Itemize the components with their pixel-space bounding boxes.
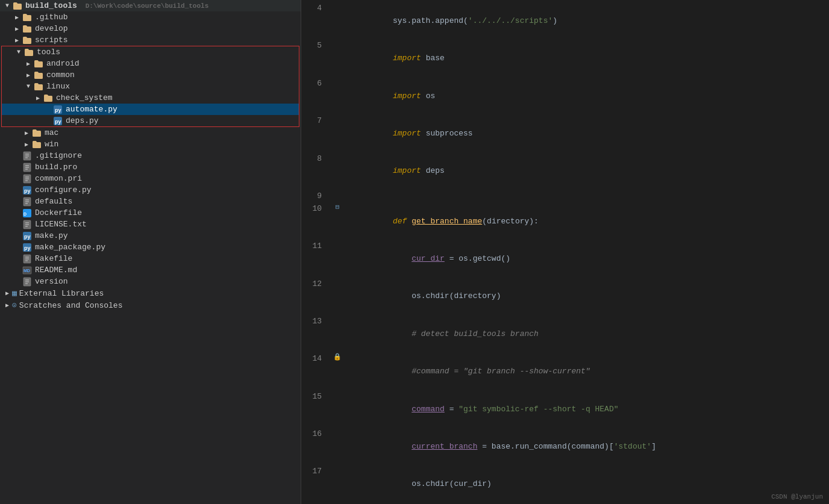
arrow-icon xyxy=(12,25,22,33)
sidebar-item-label: build.pro xyxy=(35,163,77,172)
folder-icon xyxy=(23,48,34,57)
sidebar-item-label: Scratches and Consoles xyxy=(19,301,123,310)
folder-icon xyxy=(33,60,44,68)
sidebar-item-label: configure.py xyxy=(35,185,92,194)
text-file-icon xyxy=(22,255,33,263)
sidebar-item-gitignore[interactable]: .gitignore xyxy=(0,150,301,161)
svg-text:MD: MD xyxy=(23,269,30,273)
sidebar-item-win[interactable]: win xyxy=(0,138,301,150)
bar-chart-icon: ▦ xyxy=(12,288,17,298)
code-line-11: 11 cur_dir = os.getcwd() xyxy=(301,240,829,278)
sidebar-item-github[interactable]: .github xyxy=(0,11,301,23)
code-line-13: 13 # detect build_tools branch xyxy=(301,316,829,353)
sidebar-item-dockerfile[interactable]: D Dockerfile xyxy=(0,207,301,219)
sidebar-item-scratches[interactable]: ⊙ Scratches and Consoles xyxy=(0,299,301,311)
text-file-icon xyxy=(22,198,33,206)
folder-icon xyxy=(31,129,42,137)
sidebar-item-label: automate.py xyxy=(66,105,117,114)
folder-icon xyxy=(33,71,44,79)
arrow-icon xyxy=(14,49,23,55)
sidebar-item-label: Dockerfile xyxy=(35,208,82,217)
arrow-icon xyxy=(23,83,33,90)
sidebar-item-common[interactable]: common xyxy=(2,69,299,81)
sidebar-item-tools[interactable]: tools xyxy=(2,46,299,58)
sidebar-item-develop[interactable]: develop xyxy=(0,23,301,34)
sidebar-item-label: External Libraries xyxy=(19,289,104,298)
sidebar-item-label: tools xyxy=(37,48,60,57)
sidebar-item-build-pro[interactable]: build.pro xyxy=(0,161,301,173)
text-file-icon xyxy=(22,152,33,160)
text-file-icon xyxy=(22,220,33,229)
svg-text:py: py xyxy=(24,245,31,251)
code-lines: 4 sys.path.append('../../../scripts') 5 … xyxy=(301,0,829,504)
sidebar-item-label: make.py xyxy=(35,231,68,240)
code-line-15: 15 command = "git symbolic-ref --short -… xyxy=(301,391,829,428)
python-file-icon: py xyxy=(52,117,63,125)
code-line-14: 14 🔒 #command = "git branch --show-curre… xyxy=(301,353,829,390)
sidebar-item-external-libraries[interactable]: ▦ External Libraries xyxy=(0,287,301,299)
code-editor: 4 sys.path.append('../../../scripts') 5 … xyxy=(301,0,829,504)
svg-text:py: py xyxy=(55,107,61,113)
sidebar-item-label: Rakefile xyxy=(35,254,72,263)
python-file-icon: py xyxy=(22,186,33,194)
code-line-10: 10 ⊟ def get_branch_name(directory): xyxy=(301,203,829,240)
code-line-4: 4 sys.path.append('../../../scripts') xyxy=(301,2,829,40)
sidebar: build_tools D:\Work\code\source\build_to… xyxy=(0,0,301,504)
sidebar-item-label: deps.py xyxy=(66,116,99,125)
sidebar-item-label: .gitignore xyxy=(35,151,82,160)
arrow-icon xyxy=(2,290,12,297)
folder-icon xyxy=(22,36,33,45)
sidebar-item-defaults[interactable]: defaults xyxy=(0,196,301,207)
text-file-icon xyxy=(22,278,33,286)
sidebar-item-label: README.md xyxy=(35,266,77,275)
sidebar-item-label: android xyxy=(46,59,80,68)
root-folder[interactable]: build_tools D:\Work\code\source\build_to… xyxy=(0,0,301,11)
text-file-icon xyxy=(22,175,33,183)
sidebar-item-scripts[interactable]: scripts xyxy=(0,34,301,46)
python-file-icon: py xyxy=(22,243,33,252)
code-line-12: 12 os.chdir(directory) xyxy=(301,278,829,316)
scratches-icon: ⊙ xyxy=(12,300,17,310)
sidebar-item-license[interactable]: LICENSE.txt xyxy=(0,219,301,230)
arrow-icon xyxy=(33,95,43,102)
folder-icon xyxy=(22,25,33,33)
sidebar-item-label: check_system xyxy=(56,93,113,102)
sidebar-item-label: develop xyxy=(35,24,68,33)
sidebar-item-make-py[interactable]: py make.py xyxy=(0,230,301,241)
arrow-icon xyxy=(22,141,31,148)
arrow-icon xyxy=(22,129,31,137)
svg-text:py: py xyxy=(24,188,31,194)
file-tree: build_tools D:\Work\code\source\build_to… xyxy=(0,0,301,504)
folder-icon xyxy=(22,13,33,22)
sidebar-item-version[interactable]: version xyxy=(0,276,301,287)
code-line-5: 5 import base xyxy=(301,40,829,77)
sidebar-item-check-system[interactable]: check_system xyxy=(2,92,299,104)
root-label: build_tools D:\Work\code\source\build_to… xyxy=(25,1,208,10)
arrow-icon xyxy=(2,302,12,309)
arrow-icon xyxy=(23,72,33,79)
sidebar-item-linux[interactable]: linux xyxy=(2,81,299,92)
sidebar-item-label: version xyxy=(35,277,68,286)
text-file-icon xyxy=(22,163,33,172)
folder-icon xyxy=(12,2,23,10)
code-line-17: 17 os.chdir(cur_dir) xyxy=(301,465,829,503)
python-file-icon: py xyxy=(22,232,33,240)
sidebar-item-android[interactable]: android xyxy=(2,58,299,69)
arrow-icon xyxy=(2,2,12,9)
code-line-9: 9 xyxy=(301,190,829,203)
sidebar-item-make-package-py[interactable]: py make_package.py xyxy=(0,241,301,253)
sidebar-item-configure-py[interactable]: py configure.py xyxy=(0,184,301,196)
arrow-icon xyxy=(12,14,22,21)
folder-icon xyxy=(33,82,44,91)
sidebar-item-automate-py[interactable]: py automate.py xyxy=(2,104,299,115)
code-line-7: 7 import subprocess xyxy=(301,115,829,152)
sidebar-item-label: win xyxy=(45,140,58,149)
folder-icon xyxy=(43,94,54,102)
sidebar-item-readme[interactable]: MD README.md xyxy=(0,264,301,276)
sidebar-item-mac[interactable]: mac xyxy=(0,127,301,138)
sidebar-item-label: common xyxy=(46,70,75,79)
sidebar-item-common-pri[interactable]: common.pri xyxy=(0,173,301,184)
sidebar-item-rakefile[interactable]: Rakefile xyxy=(0,253,301,264)
code-line-16: 16 current_branch = base.run_command(com… xyxy=(301,428,829,465)
sidebar-item-deps-py[interactable]: py deps.py xyxy=(2,115,299,126)
